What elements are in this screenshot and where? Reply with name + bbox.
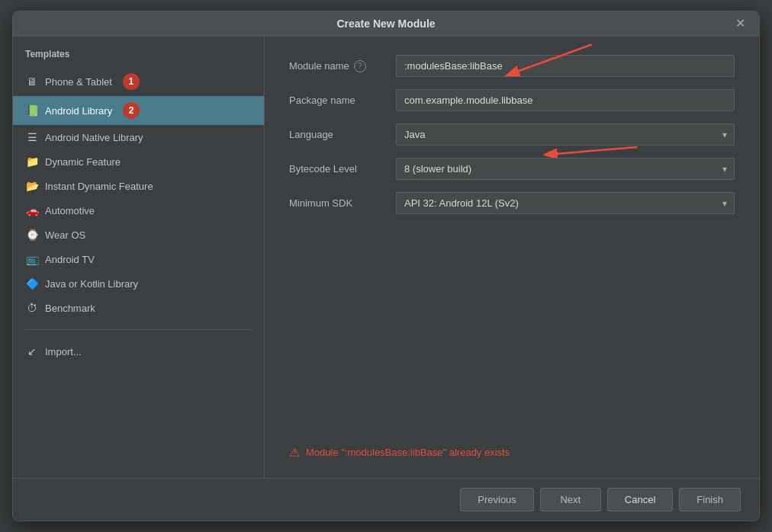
package-name-label: Package name bbox=[289, 95, 396, 106]
sidebar-divider bbox=[25, 329, 252, 330]
java-kotlin-icon: 🔷 bbox=[25, 277, 39, 290]
instant-dynamic-feature-icon: 📂 bbox=[25, 180, 39, 192]
module-name-label: Module name ? bbox=[289, 60, 396, 72]
sidebar-item-label: Instant Dynamic Feature bbox=[45, 181, 153, 192]
sidebar-item-label: Automotive bbox=[45, 205, 95, 216]
sidebar-item-label: Phone & Tablet bbox=[45, 76, 112, 88]
sidebar-item-wear-os[interactable]: ⌚ Wear OS bbox=[13, 223, 264, 247]
create-new-module-dialog: Create New Module ✕ Templates 🖥 Phone & … bbox=[12, 11, 760, 521]
language-select-wrapper: Java Kotlin bbox=[396, 123, 735, 146]
module-name-help-icon[interactable]: ? bbox=[354, 60, 366, 72]
sidebar-item-java-kotlin-library[interactable]: 🔷 Java or Kotlin Library bbox=[13, 271, 264, 296]
bytecode-level-row: Bytecode Level 8 (slower build) 11 17 bbox=[289, 158, 735, 180]
package-name-input[interactable] bbox=[396, 89, 735, 111]
min-sdk-label: Minimum SDK bbox=[289, 197, 396, 209]
sidebar-item-label: Android Library bbox=[45, 105, 112, 117]
sidebar-item-automotive[interactable]: 🚗 Automotive bbox=[13, 198, 264, 223]
sidebar-item-android-tv[interactable]: 📺 Android TV bbox=[13, 247, 264, 271]
dialog-body: Templates 🖥 Phone & Tablet 1 📗 Android L… bbox=[13, 37, 759, 478]
import-icon: ↙ bbox=[25, 345, 39, 357]
module-name-input[interactable] bbox=[396, 55, 735, 77]
title-bar: Create New Module ✕ bbox=[13, 11, 759, 37]
sidebar-item-dynamic-feature[interactable]: 📁 Dynamic Feature bbox=[13, 149, 264, 174]
bytecode-select[interactable]: 8 (slower build) 11 17 bbox=[396, 158, 735, 180]
badge-2: 2 bbox=[123, 102, 140, 119]
android-library-icon: 📗 bbox=[25, 104, 39, 117]
sidebar-item-label: Android Native Library bbox=[45, 132, 143, 143]
min-sdk-select[interactable]: API 32: Android 12L (Sv2) API 21: Androi… bbox=[396, 192, 735, 214]
wear-os-icon: ⌚ bbox=[25, 229, 39, 241]
benchmark-icon: ⏱ bbox=[25, 302, 39, 314]
module-name-row: Module name ? bbox=[289, 55, 735, 77]
android-tv-icon: 📺 bbox=[25, 253, 39, 265]
android-native-library-icon: ☰ bbox=[25, 131, 39, 143]
automotive-icon: 🚗 bbox=[25, 204, 39, 216]
sidebar-item-label: Java or Kotlin Library bbox=[45, 278, 138, 290]
badge-1: 1 bbox=[123, 73, 140, 90]
sidebar-item-label: Wear OS bbox=[45, 229, 85, 241]
language-row: Language Java Kotlin bbox=[289, 123, 735, 146]
finish-button[interactable]: Finish bbox=[679, 488, 741, 511]
main-content: Module name ? Package name Language Java bbox=[265, 37, 759, 478]
sidebar-item-android-native-library[interactable]: ☰ Android Native Library bbox=[13, 125, 264, 149]
min-sdk-select-wrapper: API 32: Android 12L (Sv2) API 21: Androi… bbox=[396, 192, 735, 214]
phone-tablet-icon: 🖥 bbox=[25, 75, 39, 88]
sidebar-item-label: Dynamic Feature bbox=[45, 156, 121, 168]
dialog-title: Create New Module bbox=[336, 18, 435, 30]
sidebar-item-label: Android TV bbox=[45, 254, 95, 265]
package-name-row: Package name bbox=[289, 89, 735, 111]
sidebar-item-instant-dynamic-feature[interactable]: 📂 Instant Dynamic Feature bbox=[13, 174, 264, 198]
error-text: Module ":modulesBase:libBase" already ex… bbox=[306, 447, 510, 458]
min-sdk-row: Minimum SDK API 32: Android 12L (Sv2) AP… bbox=[289, 192, 735, 214]
sidebar: Templates 🖥 Phone & Tablet 1 📗 Android L… bbox=[13, 37, 265, 478]
language-select[interactable]: Java Kotlin bbox=[396, 123, 735, 146]
sidebar-section-label: Templates bbox=[13, 49, 264, 67]
sidebar-item-import[interactable]: ↙ Import... bbox=[13, 339, 264, 364]
dynamic-feature-icon: 📁 bbox=[25, 155, 39, 168]
sidebar-item-benchmark[interactable]: ⏱ Benchmark bbox=[13, 296, 264, 320]
error-message: ⚠ Module ":modulesBase:libBase" already … bbox=[289, 433, 735, 460]
previous-button[interactable]: Previous bbox=[460, 488, 534, 511]
language-label: Language bbox=[289, 129, 396, 140]
sidebar-item-android-library[interactable]: 📗 Android Library 2 bbox=[13, 96, 264, 125]
sidebar-item-label: Benchmark bbox=[45, 303, 95, 314]
bytecode-label: Bytecode Level bbox=[289, 163, 396, 175]
cancel-button[interactable]: Cancel bbox=[607, 488, 673, 511]
next-button[interactable]: Next bbox=[540, 488, 601, 511]
sidebar-item-phone-tablet[interactable]: 🖥 Phone & Tablet 1 bbox=[13, 67, 264, 96]
bytecode-select-wrapper: 8 (slower build) 11 17 bbox=[396, 158, 735, 180]
error-icon: ⚠ bbox=[289, 445, 300, 460]
form-section: Module name ? Package name Language Java bbox=[289, 55, 735, 433]
sidebar-item-label: Import... bbox=[45, 346, 82, 357]
dialog-footer: Previous Next Cancel Finish bbox=[13, 478, 759, 521]
close-button[interactable]: ✕ bbox=[731, 16, 750, 31]
